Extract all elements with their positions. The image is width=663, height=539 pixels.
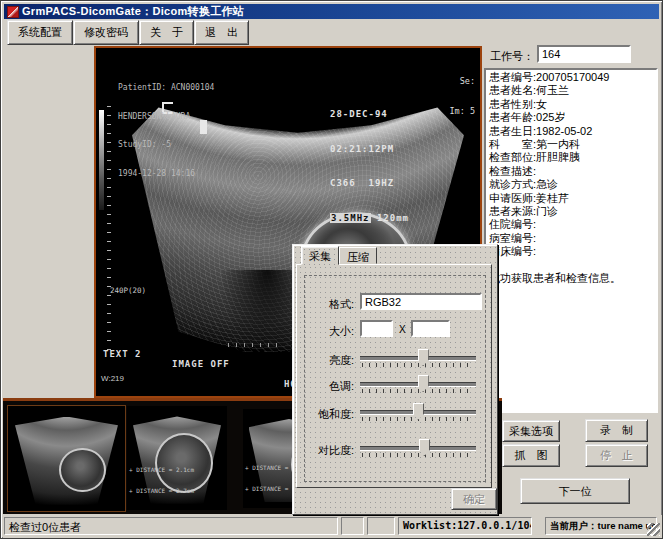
patient-info-line: 住院编号:	[489, 218, 653, 231]
saturation-slider[interactable]	[360, 403, 480, 424]
patient-info-line: 患者生日:1982-05-02	[489, 125, 653, 138]
grayscale-bar	[99, 110, 104, 210]
size-label: 大小:	[329, 324, 354, 339]
patient-info-line: 就诊方式:急诊	[489, 178, 653, 191]
patient-info-line: 患者性别:女	[489, 98, 653, 111]
title-bar: GrmPACS-DicomGate：Dicom转换工作站	[4, 4, 659, 19]
saturation-label: 饱和度:	[318, 407, 354, 422]
depth-ruler	[107, 106, 111, 358]
status-bar: 检查过0位患者 Worklist:127.0.0.1/104 当前用户：ture…	[3, 515, 662, 538]
format-label: 格式:	[329, 297, 354, 312]
record-button[interactable]: 录 制	[585, 419, 648, 442]
patient-info-line: 患者编号:200705170049	[489, 71, 653, 84]
thumbnail-2[interactable]: + DISTANCE = 2.1cm + DISTANCE = 2.7cm	[127, 406, 227, 510]
resize-grip[interactable]	[647, 523, 660, 536]
depth-label: 240P(20)	[110, 286, 146, 295]
size-height-input[interactable]	[411, 320, 450, 337]
patient-info-listbox[interactable]: 患者编号:200705170049 患者姓名:何玉兰 患者性别:女 患者年龄:0…	[484, 68, 658, 413]
patient-info-line: 检查描述:	[489, 165, 653, 178]
status-message: 成功获取患者和检查信息。	[489, 272, 653, 285]
menu-system-config-button[interactable]: 系统配置	[7, 20, 73, 45]
format-input[interactable]	[360, 293, 482, 310]
patient-info-line: 科 室:第一内科	[489, 138, 653, 151]
patient-id-overlay: PatientID: ACN000104 HENDERSON\LAURA Stu…	[118, 64, 214, 197]
patient-info-line: 患者姓名:何玉兰	[489, 84, 653, 97]
contrast-label: 对比度:	[318, 443, 354, 458]
capture-tab-page: 格式: 大小: X 亮度: 色调: 饱和度: 对比度:	[296, 264, 492, 488]
status-pane-empty-2	[367, 517, 395, 535]
size-separator: X	[399, 324, 406, 335]
patient-info-line: 患者年龄:025岁	[489, 111, 653, 124]
work-number-label: 工作号：	[490, 49, 534, 64]
grab-image-button[interactable]: 抓 图	[502, 444, 560, 467]
hue-label: 色调:	[329, 379, 354, 394]
series-overlay: Se: Im: 5	[434, 56, 475, 136]
hue-slider[interactable]	[360, 375, 480, 396]
contrast-slider[interactable]	[360, 439, 480, 460]
tab-capture[interactable]: 采集	[301, 246, 339, 265]
capture-options-button[interactable]: 采集选项	[502, 420, 560, 442]
app-window: GrmPACS-DicomGate：Dicom转换工作站 系统配置 修改密码 关…	[0, 0, 663, 539]
frequency-value: 3.5MHz	[330, 213, 371, 223]
distance-caption: + DISTANCE = 2.1cm + DISTANCE = 2.7cm	[129, 452, 194, 508]
tick-marks	[228, 343, 280, 347]
menu-about-button[interactable]: 关 于	[139, 20, 194, 45]
work-number-input[interactable]	[537, 45, 631, 63]
brightness-slider[interactable]	[360, 349, 480, 370]
capture-settings-dialog: 采集 压缩 格式: 大小: X 亮度: 色调: 饱和度:	[292, 244, 498, 515]
window-level-overlay: W:219 L:109 Size: 640x480p2	[101, 353, 161, 396]
patient-info-line: 病床编号:	[489, 245, 653, 258]
menu-change-password-button[interactable]: 修改密码	[73, 20, 139, 45]
menu-exit-button[interactable]: 退 出	[194, 20, 249, 45]
app-icon	[7, 6, 19, 18]
patient-info-line: 患者来源:门诊	[489, 205, 653, 218]
patient-info-line: 申请医师:姜桂芹	[489, 192, 653, 205]
next-patient-button[interactable]: 下一位	[520, 478, 630, 504]
patient-info-line: 检查部位:肝胆脾胰	[489, 151, 653, 164]
ok-button[interactable]: 确定	[451, 488, 497, 510]
stop-button[interactable]: 停 止	[585, 444, 648, 467]
status-current-user: 当前用户：ture name us1	[545, 517, 657, 535]
menu-bar: 系统配置 修改密码 关 于 退 出	[7, 20, 249, 40]
window-title: GrmPACS-DicomGate：Dicom转换工作站	[22, 4, 244, 19]
thumbnail-1[interactable]	[7, 405, 126, 512]
size-width-input[interactable]	[360, 320, 393, 337]
patient-info-line: 病室编号:	[489, 232, 653, 245]
status-worklist: Worklist:127.0.0.1/104	[398, 517, 532, 535]
status-pane-empty-1	[341, 517, 364, 535]
brightness-label: 亮度:	[329, 353, 354, 368]
tab-compress[interactable]: 压缩	[339, 247, 377, 264]
status-checked-patients: 检查过0位患者	[4, 517, 338, 535]
